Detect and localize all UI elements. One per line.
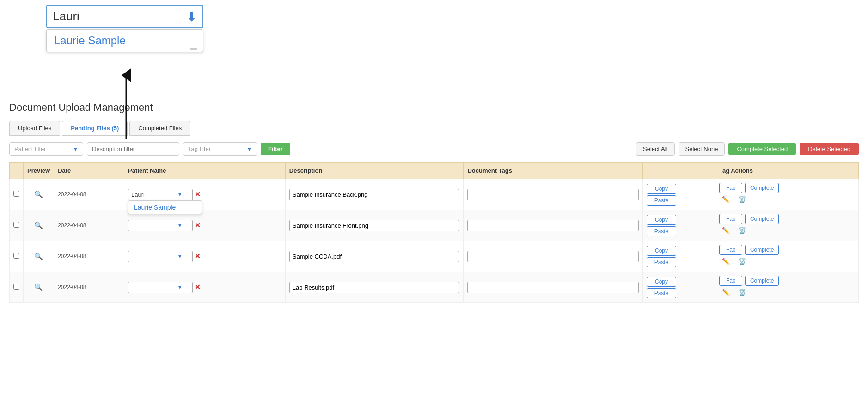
row-2-complete-button[interactable]: Complete	[745, 214, 779, 224]
row-1-copy-button[interactable]: Copy	[647, 184, 676, 194]
row-4-patient-dropdown-btn[interactable]: ▼	[177, 284, 183, 290]
row-1-tags-cell	[464, 179, 643, 210]
row-1-date-cell: 2022-04-08	[54, 179, 124, 210]
row-1-patient-dropdown-btn[interactable]: ▼	[177, 191, 183, 198]
row-1-paste-button[interactable]: Paste	[647, 195, 676, 206]
row-3-preview-button[interactable]: 🔍	[34, 252, 43, 260]
row-3-patient-clear-btn[interactable]: ✕	[195, 252, 201, 260]
row-1-patient-input-wrap: ▼ Laurie Sample ✕	[128, 189, 281, 200]
row-2-checkbox[interactable]	[13, 222, 19, 228]
row-2-tags-input[interactable]	[467, 220, 639, 231]
row-3-patient-cell: ▼ ✕	[124, 241, 286, 272]
row-3-edit-icon-button[interactable]: ✏️	[719, 257, 733, 266]
table-row: 🔍 2022-04-08 ▼ Laurie Sample ✕	[10, 179, 859, 210]
row-3-tag-actions-top: Fax Complete	[719, 245, 855, 255]
row-4-paste-button[interactable]: Paste	[647, 288, 676, 298]
row-4-patient-clear-btn[interactable]: ✕	[195, 283, 201, 291]
delete-selected-button[interactable]: Delete Selected	[800, 143, 859, 155]
autocomplete-overlay: Lauri ⬇ Laurie Sample	[46, 5, 203, 52]
autocomplete-input-box[interactable]: Lauri ⬇	[46, 5, 203, 28]
row-4-preview-cell: 🔍	[24, 272, 54, 303]
row-4-checkbox[interactable]	[13, 284, 19, 290]
row-2-copy-button[interactable]: Copy	[647, 215, 676, 225]
row-2-edit-icon-button[interactable]: ✏️	[719, 226, 733, 235]
row-2-tag-actions-top: Fax Complete	[719, 214, 855, 224]
row-1-tags-input[interactable]	[467, 189, 639, 200]
col-header-checkbox	[10, 163, 24, 179]
col-header-copy-paste	[642, 163, 715, 179]
tag-filter-placeholder: Tag filter	[188, 145, 211, 152]
row-3-paste-button[interactable]: Paste	[647, 257, 676, 267]
col-header-patient-name: Patient Name	[124, 163, 286, 179]
filter-button[interactable]: Filter	[261, 143, 290, 155]
tab-completed-files[interactable]: Completed Files	[129, 121, 190, 136]
row-1-tag-actions-cell: Fax Complete ✏️ 🗑️	[715, 179, 858, 210]
page-title: Document Upload Management	[9, 102, 859, 114]
row-4-preview-button[interactable]: 🔍	[34, 283, 43, 291]
row-1-fax-button[interactable]: Fax	[719, 183, 742, 193]
row-1-delete-icon-button[interactable]: 🗑️	[735, 195, 749, 204]
row-3-tag-actions-bottom: ✏️ 🗑️	[719, 257, 855, 266]
row-4-description-input[interactable]	[289, 282, 460, 293]
row-1-description-cell	[285, 179, 464, 210]
row-3-fax-button[interactable]: Fax	[719, 245, 742, 255]
row-1-copy-paste-cell: Copy Paste	[642, 179, 715, 210]
row-3-tags-cell	[464, 241, 643, 272]
row-3-checkbox[interactable]	[13, 253, 19, 259]
row-2-description-input[interactable]	[289, 220, 460, 231]
row-2-patient-clear-btn[interactable]: ✕	[195, 221, 201, 230]
row-3-complete-button[interactable]: Complete	[745, 245, 779, 255]
row-2-patient-dropdown-btn[interactable]: ▼	[177, 222, 183, 229]
row-3-checkbox-cell	[10, 241, 24, 272]
row-3-description-input[interactable]	[289, 251, 460, 262]
row-2-preview-button[interactable]: 🔍	[34, 221, 43, 230]
complete-selected-button[interactable]: Complete Selected	[728, 143, 796, 155]
row-2-delete-icon-button[interactable]: 🗑️	[735, 226, 749, 235]
row-2-tags-cell	[464, 210, 643, 241]
autocomplete-suggestion[interactable]: Laurie Sample	[46, 29, 203, 52]
row-2-patient-cell: ▼ ✕	[124, 210, 286, 241]
row-4-edit-icon-button[interactable]: ✏️	[719, 288, 733, 297]
row-4-tags-input[interactable]	[467, 282, 639, 293]
row-3-tag-actions-cell: Fax Complete ✏️ 🗑️	[715, 241, 858, 272]
row-3-tags-input[interactable]	[467, 251, 639, 262]
row-4-checkbox-cell	[10, 272, 24, 303]
select-none-button[interactable]: Select None	[679, 142, 725, 156]
row-4-complete-button[interactable]: Complete	[745, 276, 779, 286]
row-4-patient-input[interactable]	[128, 282, 193, 293]
row-1-tag-actions-top: Fax Complete	[719, 183, 855, 193]
row-4-delete-icon-button[interactable]: 🗑️	[735, 288, 749, 297]
tab-pending-files[interactable]: Pending Files (5)	[62, 121, 128, 136]
row-1-patient-clear-btn[interactable]: ✕	[195, 190, 201, 199]
row-2-patient-input[interactable]	[128, 220, 193, 231]
row-3-copy-button[interactable]: Copy	[647, 246, 676, 256]
tag-filter-arrow-icon: ▼	[247, 146, 252, 152]
select-all-button[interactable]: Select All	[636, 142, 674, 156]
row-4-copy-paste-cell: Copy Paste	[642, 272, 715, 303]
row-3-description-cell	[285, 241, 464, 272]
row-3-patient-dropdown-btn[interactable]: ▼	[177, 253, 183, 260]
col-header-tag-actions: Tag Actions	[715, 163, 858, 179]
row-3-patient-input[interactable]	[128, 251, 193, 262]
row-2-patient-input-wrap: ▼ ✕	[128, 220, 281, 231]
row-1-patient-autocomplete[interactable]: Laurie Sample	[128, 200, 202, 214]
row-4-tags-cell	[464, 272, 643, 303]
row-1-preview-button[interactable]: 🔍	[34, 190, 43, 199]
row-4-copy-button[interactable]: Copy	[647, 277, 676, 287]
row-2-paste-button[interactable]: Paste	[647, 226, 676, 236]
row-2-fax-button[interactable]: Fax	[719, 214, 742, 224]
row-1-edit-icon-button[interactable]: ✏️	[719, 195, 733, 204]
row-1-description-input[interactable]	[289, 189, 460, 200]
row-3-patient-input-wrap: ▼ ✕	[128, 251, 281, 262]
row-3-delete-icon-button[interactable]: 🗑️	[735, 257, 749, 266]
row-4-fax-button[interactable]: Fax	[719, 276, 742, 286]
tabs-bar: Upload Files Pending Files (5) Completed…	[9, 121, 859, 136]
row-1-complete-button[interactable]: Complete	[745, 183, 779, 193]
row-1-checkbox[interactable]	[13, 191, 19, 197]
row-1-patient-input[interactable]	[128, 189, 193, 200]
tag-filter-select[interactable]: Tag filter ▼	[183, 142, 257, 156]
patient-filter-select[interactable]: Patient filter ▼	[9, 142, 83, 156]
filter-bar: Patient filter ▼ Tag filter ▼ Filter Sel…	[9, 142, 859, 156]
tab-upload-files[interactable]: Upload Files	[9, 121, 60, 136]
description-filter-input[interactable]	[87, 142, 179, 156]
